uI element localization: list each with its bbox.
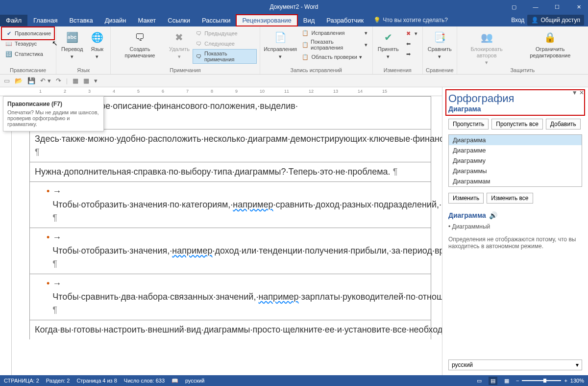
pane-menu-icon[interactable]: ▼ ✕ <box>572 89 584 96</box>
group-tracking: 📄Исправления▾ 📋Исправления▾ 📋Показать ис… <box>260 26 373 74</box>
thesaurus-button[interactable]: 📖Тезаурус <box>3 39 53 49</box>
paragraph[interactable]: Нужна·дополнительная·справка·по·выбору·т… <box>29 162 431 182</box>
maximize-button[interactable]: ☐ <box>550 0 564 14</box>
save-icon[interactable]: 💾 <box>27 77 35 84</box>
block-authors-button[interactable]: 👥Блокировать авторов▾ <box>460 28 514 67</box>
tab-file[interactable]: Файл <box>0 15 27 26</box>
track-changes-button[interactable]: 📄Исправления▾ <box>263 28 298 60</box>
group-label: Сравнение <box>426 67 454 74</box>
proofing-icon[interactable]: 📖 <box>172 378 178 384</box>
suggestion-item[interactable]: Диаграммам <box>449 176 582 186</box>
delete-comment-button[interactable]: ✖Удалить▾ <box>168 28 191 60</box>
zoom-slider[interactable] <box>522 380 561 381</box>
suggestion-item[interactable]: Диаграмму <box>449 155 582 166</box>
change-button[interactable]: Изменить <box>448 193 484 204</box>
paragraph[interactable]: Здесь·также·можно·удобно·расположить·нес… <box>29 129 431 162</box>
view-web-icon[interactable]: ▦ <box>504 378 509 384</box>
status-page[interactable]: СТРАНИЦА: 2 <box>4 378 39 384</box>
bulb-icon: 💡 <box>373 17 381 24</box>
undo-icon[interactable]: ↶ ▾ <box>40 77 51 84</box>
display-dropdown[interactable]: 📋Исправления▾ <box>299 28 369 37</box>
view-print-icon[interactable]: ▤ <box>489 377 497 385</box>
close-button[interactable]: ✕ <box>571 0 586 14</box>
spelling-button[interactable]: ✔Правописание <box>3 28 53 38</box>
next-comment-button[interactable]: 🗨Следующее <box>193 39 256 49</box>
tab-view[interactable]: Вид <box>297 15 321 26</box>
add-button[interactable]: Добавить <box>546 119 581 129</box>
suggestion-item[interactable]: Диаграммы <box>449 166 582 176</box>
status-words[interactable]: Число слов: 633 <box>124 378 165 384</box>
status-lang[interactable]: русский <box>185 378 204 384</box>
compare-icon: 📑 <box>432 29 447 45</box>
language-dropdown[interactable]: русский▾ <box>448 360 582 370</box>
next-change-button[interactable]: ➡ <box>403 49 419 59</box>
tab-review[interactable]: Рецензирование <box>236 15 297 26</box>
sign-in-link[interactable]: Вход <box>511 17 524 24</box>
suggestion-item[interactable]: Диаграмма <box>449 135 582 145</box>
new-icon[interactable]: ▭ <box>4 77 10 84</box>
show-markup-button[interactable]: 📋Показать исправления ▾ <box>299 38 369 51</box>
translate-icon: 🔤 <box>64 29 80 45</box>
tell-me-search[interactable]: 💡Что вы хотите сделать? <box>373 17 448 24</box>
status-section[interactable]: Раздел: 2 <box>46 378 70 384</box>
qat-sep: | <box>66 77 68 84</box>
qat-extra-icon[interactable]: ▦ <box>73 77 78 84</box>
group-proofing: ✔Правописание 📖Тезаурус 🔢Статистика Прав… <box>0 26 56 74</box>
share-button[interactable]: 👤Общий доступ <box>527 15 584 26</box>
zoom-control[interactable]: − + 130% <box>516 378 584 384</box>
reject-button[interactable]: ✖▾ <box>403 28 419 38</box>
delete-icon: ✖ <box>172 29 187 45</box>
ignore-button[interactable]: Пропустить <box>448 119 489 129</box>
pane-title: Орфография <box>448 92 582 105</box>
tab-home[interactable]: Главная <box>27 15 63 26</box>
tab-design[interactable]: Дизайн <box>99 15 132 26</box>
language-button[interactable]: 🌐Язык▾ <box>87 28 107 60</box>
compare-button[interactable]: 📑Сравнить▾ <box>426 28 454 60</box>
show-comments-button[interactable]: 🗨Показать примечания <box>193 49 256 64</box>
tooltip-title: Правописание (F7) <box>7 101 99 107</box>
lock-icon: 🔒 <box>542 29 558 45</box>
new-comment-button[interactable]: 🗨Создать примечание <box>114 28 166 59</box>
tab-layout[interactable]: Макет <box>132 15 162 26</box>
change-all-button[interactable]: Изменить все <box>487 193 533 204</box>
open-icon[interactable]: 📂 <box>15 77 23 84</box>
prev-change-button[interactable]: ⬅ <box>403 39 419 49</box>
restrict-edit-button[interactable]: 🔒Ограничить редактирование <box>515 28 586 59</box>
status-page-of[interactable]: Страница 4 из 8 <box>76 378 117 384</box>
ignore-all-button[interactable]: Пропустить все <box>491 119 543 129</box>
paragraph[interactable]: → Чтобы·отобразить·значения,·например·до… <box>29 228 431 274</box>
suggestion-list[interactable]: Диаграмма Диаграмме Диаграмму Диаграммы … <box>448 134 582 187</box>
zoom-out-icon[interactable]: − <box>516 378 519 384</box>
review-pane-button[interactable]: 📋Область проверки ▾ <box>299 52 369 62</box>
accept-button[interactable]: ✔Принять▾ <box>376 28 401 60</box>
markup-icon: 📋 <box>301 41 309 49</box>
redo-icon[interactable]: ↷ <box>56 77 61 84</box>
group-label: Изменения <box>376 67 419 74</box>
speaker-icon[interactable]: 🔊 <box>489 211 497 219</box>
zoom-in-icon[interactable]: + <box>564 378 567 384</box>
suggestion-item[interactable]: Диаграмме <box>449 145 582 155</box>
translate-button[interactable]: 🔤Перевод▾ <box>59 28 85 60</box>
tab-references[interactable]: Ссылки <box>162 15 196 26</box>
word-count-button[interactable]: 🔢Статистика <box>3 49 53 59</box>
prev-comment-button[interactable]: 🗨Предыдущее <box>193 28 256 38</box>
check-icon: ✔ <box>5 29 13 37</box>
paragraph[interactable]: → Чтобы·отобразить·значения·по·категория… <box>29 182 431 228</box>
qat-extra2-icon[interactable]: ▦ <box>83 77 89 84</box>
minimize-button[interactable]: — <box>528 0 543 14</box>
group-compare: 📑Сравнить▾ Сравнение <box>423 26 457 74</box>
view-readmode-icon[interactable]: ▭ <box>477 378 482 384</box>
paragraph[interactable]: Когда·вы·готовы·настроить·внешний·вид·ди… <box>29 320 431 339</box>
ribbon-options-icon[interactable]: ▢ <box>507 0 521 14</box>
document-page[interactable]: м·разделе·краткое·описание·финансового·п… <box>29 96 431 375</box>
person-icon: 👤 <box>531 17 539 24</box>
tab-mailings[interactable]: Рассылки <box>196 15 236 26</box>
tab-developer[interactable]: Разработчик <box>320 15 369 26</box>
paragraph[interactable]: → Чтобы·сравнить·два·набора·связанных·зн… <box>29 274 431 320</box>
horizontal-ruler[interactable]: 1 2 3 4 5 6 7 8 9 10 11 12 13 14 15 <box>0 87 442 96</box>
zoom-value[interactable]: 130% <box>570 378 584 384</box>
vertical-ruler[interactable] <box>0 96 12 375</box>
qat-dropdown-icon[interactable]: ▾ <box>94 77 98 84</box>
tab-insert[interactable]: Вставка <box>63 15 98 26</box>
stats-icon: 🔢 <box>5 50 13 58</box>
